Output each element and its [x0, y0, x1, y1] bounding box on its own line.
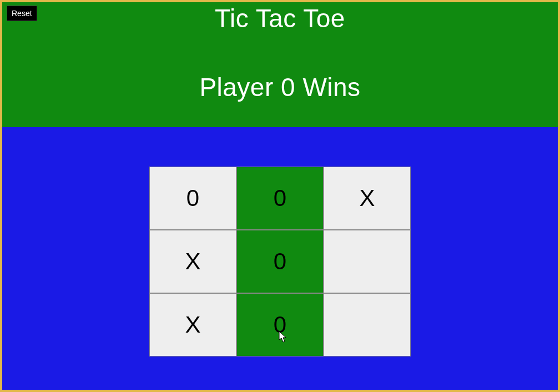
cell-1-0[interactable]: X: [150, 230, 236, 293]
cell-0-0[interactable]: 0: [150, 167, 236, 229]
cell-1-1[interactable]: 0: [237, 230, 323, 293]
game-title: Tic Tac Toe: [2, 2, 558, 33]
cell-2-2[interactable]: [324, 294, 410, 356]
header: Reset Tic Tac Toe Player 0 Wins: [2, 2, 558, 127]
board-area: 0 0 X X 0 X 0: [2, 127, 558, 390]
cell-0-2[interactable]: X: [324, 167, 410, 229]
game-board: 0 0 X X 0 X 0: [149, 167, 411, 356]
reset-button[interactable]: Reset: [7, 6, 37, 21]
game-frame: Reset Tic Tac Toe Player 0 Wins 0 0 X X …: [0, 0, 560, 392]
cell-2-0[interactable]: X: [150, 294, 236, 356]
cell-2-1[interactable]: 0: [237, 294, 323, 356]
cell-1-2[interactable]: [324, 230, 410, 293]
cell-0-1[interactable]: 0: [237, 167, 323, 229]
game-status: Player 0 Wins: [2, 72, 558, 102]
